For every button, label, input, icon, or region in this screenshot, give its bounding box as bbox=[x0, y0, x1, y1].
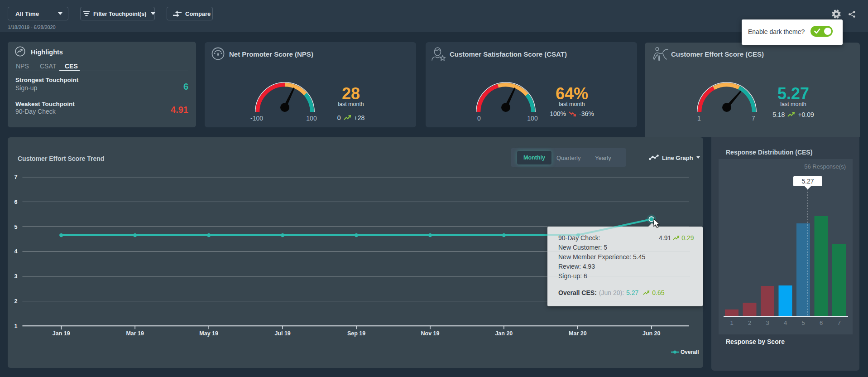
svg-text:Nov 19: Nov 19 bbox=[421, 330, 440, 337]
svg-text:Jun 20: Jun 20 bbox=[643, 330, 661, 337]
svg-text:7: 7 bbox=[14, 174, 18, 180]
svg-text:May 19: May 19 bbox=[199, 330, 218, 337]
svg-text:4: 4 bbox=[14, 248, 18, 255]
svg-text:2: 2 bbox=[14, 298, 18, 304]
svg-text:Jan 20: Jan 20 bbox=[495, 330, 513, 337]
svg-text:Mar 19: Mar 19 bbox=[126, 330, 144, 337]
svg-text:5: 5 bbox=[14, 224, 18, 230]
svg-text:7: 7 bbox=[837, 319, 840, 326]
svg-text:3: 3 bbox=[14, 273, 18, 280]
svg-text:6: 6 bbox=[820, 319, 823, 326]
svg-text:3: 3 bbox=[766, 319, 769, 326]
svg-text:5.27: 5.27 bbox=[801, 178, 814, 185]
svg-text:1: 1 bbox=[14, 323, 18, 329]
svg-text:Mar 20: Mar 20 bbox=[569, 330, 587, 337]
svg-text:6: 6 bbox=[14, 199, 18, 205]
svg-text:Sep 19: Sep 19 bbox=[347, 330, 365, 337]
svg-text:1: 1 bbox=[730, 319, 733, 326]
svg-text:4: 4 bbox=[784, 319, 787, 326]
svg-text:5: 5 bbox=[801, 319, 805, 326]
svg-text:Jul 19: Jul 19 bbox=[274, 330, 290, 337]
svg-text:Jan 19: Jan 19 bbox=[53, 330, 70, 337]
svg-text:2: 2 bbox=[748, 319, 751, 326]
